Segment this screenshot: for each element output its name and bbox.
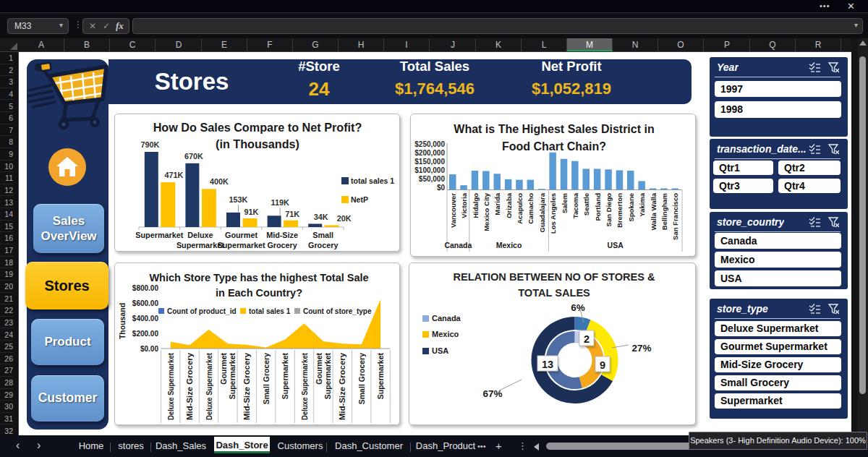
svg-text:Tacoma: Tacoma — [571, 192, 579, 218]
svg-text:$250,000: $250,000 — [414, 140, 445, 148]
svg-text:$200,000: $200,000 — [414, 149, 445, 157]
svg-text:Mexico: Mexico — [432, 330, 459, 338]
svg-text:Mexico: Mexico — [496, 241, 522, 249]
svg-text:67%: 67% — [482, 388, 502, 399]
svg-text:6%: 6% — [571, 302, 585, 313]
svg-text:$100,000: $100,000 — [414, 166, 445, 174]
svg-text:Spokane: Spokane — [627, 193, 635, 222]
svg-text:Supermarket: Supermarket — [217, 241, 265, 249]
svg-text:Supermarket: Supermarket — [135, 231, 183, 239]
svg-text:Walla Walla: Walla Walla — [650, 192, 658, 230]
svg-text:Canada: Canada — [432, 314, 461, 323]
svg-text:Small Grocery: Small Grocery — [357, 353, 366, 404]
svg-text:91K: 91K — [244, 208, 259, 216]
svg-text:$0.00: $0.00 — [140, 345, 158, 353]
svg-text:Count of store_type: Count of store_type — [303, 307, 372, 315]
svg-text:Thousand: Thousand — [118, 303, 127, 339]
svg-text:Mexico City: Mexico City — [482, 192, 490, 231]
svg-text:Bremerton: Bremerton — [616, 193, 624, 228]
svg-text:Count of product_id: Count of product_id — [167, 307, 237, 315]
svg-text:2: 2 — [584, 333, 590, 345]
svg-text:Gourmet: Gourmet — [315, 353, 323, 385]
svg-text:34K: 34K — [314, 213, 328, 221]
svg-text:$50,000: $50,000 — [419, 175, 446, 183]
svg-text:$600.00: $600.00 — [132, 299, 159, 307]
svg-text:153K: 153K — [229, 195, 248, 204]
svg-text:Mid-Size Grocery: Mid-Size Grocery — [338, 353, 346, 420]
svg-text:TOTAL SALES: TOTAL SALES — [518, 287, 590, 299]
svg-text:in Each Country?: in Each Country? — [216, 287, 302, 299]
svg-text:Which Store Type has the highe: Which Store Type has the highest Total S… — [149, 272, 368, 283]
svg-text:Supermarket: Supermarket — [281, 353, 289, 400]
svg-text:total sales 1: total sales 1 — [249, 307, 291, 315]
svg-text:Vancouver: Vancouver — [449, 193, 457, 228]
svg-text:Supermarket: Supermarket — [376, 353, 385, 400]
svg-text:71K: 71K — [285, 210, 299, 218]
svg-text:Grocery: Grocery — [308, 241, 338, 249]
svg-text:Mid-Size Grocery: Mid-Size Grocery — [185, 353, 194, 420]
svg-text:total sales 1: total sales 1 — [351, 176, 394, 185]
svg-text:$800.00: $800.00 — [132, 284, 159, 292]
svg-text:Small Grocery: Small Grocery — [262, 353, 271, 404]
svg-text:790K: 790K — [140, 140, 159, 149]
svg-text:Deluxe: Deluxe — [187, 231, 213, 239]
svg-text:Deluxe Supermarket: Deluxe Supermarket — [205, 353, 213, 420]
svg-text:Acapulco: Acapulco — [516, 193, 524, 224]
svg-text:13: 13 — [542, 359, 553, 370]
svg-text:Los Angeles: Los Angeles — [549, 193, 557, 234]
svg-text:$150,000: $150,000 — [414, 158, 445, 166]
svg-text:Orizaba: Orizaba — [505, 192, 513, 218]
svg-text:9: 9 — [600, 359, 605, 371]
svg-text:RELATION BETWEEN NO OF STORES: RELATION BETWEEN NO OF STORES & — [453, 271, 655, 283]
svg-text:400K: 400K — [210, 177, 229, 186]
svg-text:Bellingham: Bellingham — [660, 193, 668, 230]
svg-text:Salem: Salem — [561, 193, 569, 213]
svg-text:20K: 20K — [337, 214, 352, 223]
svg-text:San Diego: San Diego — [605, 193, 613, 227]
svg-text:Victoria: Victoria — [460, 192, 468, 218]
svg-text:Grocery: Grocery — [267, 241, 297, 249]
svg-text:San Francisco: San Francisco — [671, 193, 679, 240]
svg-text:Seattle: Seattle — [582, 193, 590, 215]
svg-text:Yakima: Yakima — [638, 192, 646, 216]
svg-text:Deluxe Supermarket: Deluxe Supermarket — [300, 353, 309, 420]
svg-text:$0: $0 — [437, 184, 446, 192]
svg-text:Camacho: Camacho — [527, 193, 535, 224]
svg-text:USA: USA — [608, 241, 624, 249]
svg-text:NetP: NetP — [351, 195, 368, 204]
svg-text:Mid-Size: Mid-Size — [266, 231, 298, 239]
svg-text:Food Chart Chain?: Food Chart Chain? — [502, 140, 606, 153]
svg-text:Mid-Size Grocery: Mid-Size Grocery — [242, 353, 251, 420]
svg-text:Portland: Portland — [594, 193, 602, 221]
svg-text:Guadalajara: Guadalajara — [538, 192, 546, 232]
svg-text:Supermarket: Supermarket — [228, 353, 237, 400]
svg-text:(in Thousands): (in Thousands) — [216, 137, 299, 150]
svg-text:670K: 670K — [184, 152, 203, 161]
svg-text:119K: 119K — [271, 198, 289, 207]
svg-text:Supermarket: Supermarket — [323, 353, 332, 400]
svg-text:$200.00: $200.00 — [132, 330, 159, 338]
svg-text:Small: Small — [312, 231, 333, 239]
svg-text:27%: 27% — [631, 343, 651, 354]
svg-text:How Do Sales Compare to Net Pr: How Do Sales Compare to Net Profit? — [153, 121, 362, 134]
svg-text:Gourmet: Gourmet — [219, 353, 228, 385]
svg-text:USA: USA — [432, 346, 448, 355]
svg-text:Marida: Marida — [493, 192, 501, 215]
svg-text:Canada: Canada — [444, 241, 472, 249]
svg-text:$400.00: $400.00 — [132, 315, 159, 323]
svg-text:471K: 471K — [164, 171, 183, 179]
svg-text:Gourmet: Gourmet — [225, 231, 258, 239]
svg-text:Deluxe Supermarket: Deluxe Supermarket — [166, 353, 175, 420]
svg-text:What is The Highest Sales Dist: What is The Highest Sales District in — [454, 123, 654, 135]
svg-text:Hidalgo: Hidalgo — [472, 193, 480, 218]
